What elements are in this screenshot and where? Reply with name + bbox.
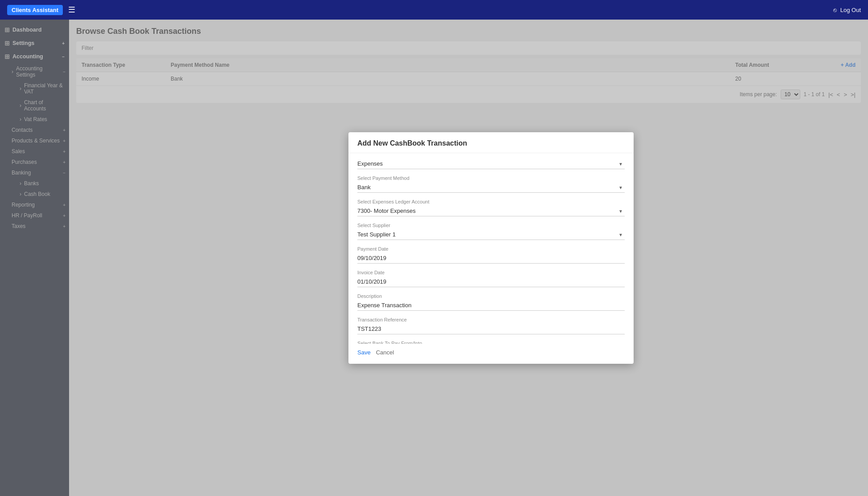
- modal-title: Add New CashBook Transaction: [348, 132, 634, 153]
- supplier-select[interactable]: Test Supplier 1: [357, 229, 625, 240]
- modal-footer: Save Cancel: [348, 344, 634, 364]
- navbar-left: Clients Assistant ☰: [7, 5, 75, 15]
- invoice-date-group: Invoice Date: [357, 270, 625, 287]
- supplier-label: Select Supplier: [357, 223, 625, 228]
- payment-method-wrapper: Bank Cash Card ▼: [357, 182, 625, 193]
- payment-method-label: Select Payment Method: [357, 175, 625, 181]
- save-button[interactable]: Save: [357, 347, 371, 358]
- expenses-ledger-group: Select Expenses Ledger Account 7300- Mot…: [357, 199, 625, 216]
- logout-icon: ⎋: [833, 7, 837, 13]
- payment-date-group: Payment Date: [357, 246, 625, 264]
- transaction-reference-group: Transaction Reference: [357, 317, 625, 334]
- transaction-reference-input[interactable]: [357, 324, 625, 334]
- description-label: Description: [357, 293, 625, 299]
- expenses-ledger-wrapper: 7300- Motor Expenses ▼: [357, 206, 625, 216]
- expenses-ledger-select[interactable]: 7300- Motor Expenses: [357, 206, 625, 216]
- transaction-reference-label: Transaction Reference: [357, 317, 625, 322]
- logout-label: Log Out: [840, 7, 861, 13]
- brand-logo: Clients Assistant: [7, 5, 63, 15]
- navbar: Clients Assistant ☰ ⎋ Log Out: [0, 0, 868, 20]
- expenses-ledger-label: Select Expenses Ledger Account: [357, 199, 625, 204]
- invoice-date-input[interactable]: [357, 276, 625, 287]
- payment-date-label: Payment Date: [357, 246, 625, 252]
- invoice-date-label: Invoice Date: [357, 270, 625, 275]
- modal-body: Expenses Income ▼ Select Payment Method …: [348, 153, 634, 344]
- description-input[interactable]: [357, 300, 625, 311]
- add-cashbook-modal: Add New CashBook Transaction Expenses In…: [348, 132, 634, 364]
- logout-button[interactable]: ⎋ Log Out: [833, 7, 861, 13]
- description-group: Description: [357, 293, 625, 311]
- hamburger-icon[interactable]: ☰: [68, 5, 75, 15]
- payment-date-input[interactable]: [357, 253, 625, 264]
- payment-method-group: Select Payment Method Bank Cash Card ▼: [357, 175, 625, 193]
- bank-account-group: Select Bank To Pay From/Into Bank Name 1…: [357, 341, 625, 344]
- supplier-group: Select Supplier Test Supplier 1 ▼: [357, 223, 625, 240]
- cancel-button[interactable]: Cancel: [376, 347, 394, 358]
- transaction-type-group: Expenses Income ▼: [357, 159, 625, 169]
- transaction-type-wrapper: Expenses Income ▼: [357, 159, 625, 169]
- bank-account-label: Select Bank To Pay From/Into: [357, 341, 625, 344]
- payment-method-select[interactable]: Bank Cash Card: [357, 182, 625, 193]
- supplier-wrapper: Test Supplier 1 ▼: [357, 229, 625, 240]
- transaction-type-select[interactable]: Expenses Income: [357, 159, 625, 169]
